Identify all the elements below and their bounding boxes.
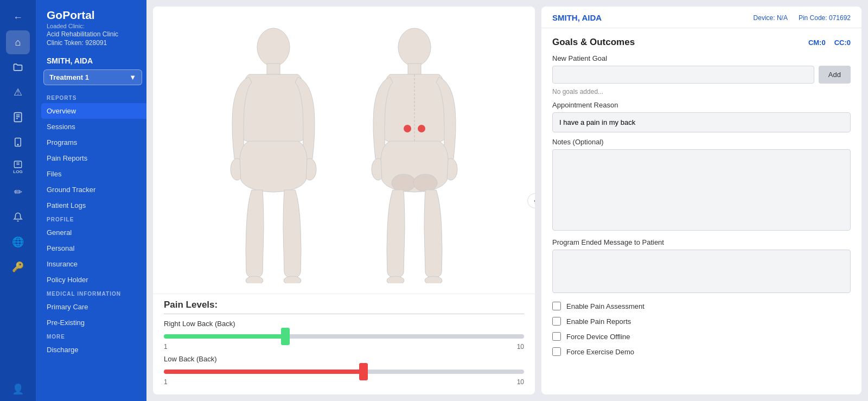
- svg-point-13: [246, 276, 263, 283]
- patient-header-name: SMITH, AIDA: [552, 13, 602, 22]
- pain-dot-1[interactable]: [404, 125, 411, 132]
- sidebar-item-policy-holder[interactable]: Policy Holder: [41, 272, 146, 288]
- folder-icon[interactable]: [6, 55, 30, 79]
- clinic-name: Acid Rehabilitation Clinic: [41, 30, 146, 39]
- force-device-offline-label: Force Device Offline: [566, 333, 630, 341]
- pain-area-low-back: Low Back (Back) #pain-slider-2::-webkit-…: [164, 355, 524, 386]
- sidebar-item-files[interactable]: Files: [41, 166, 146, 182]
- notes-label: Notes (Optional): [552, 138, 851, 146]
- svg-point-21: [413, 174, 437, 192]
- pain-levels-section: Pain Levels: Right Low Back (Back) 1 10 …: [153, 294, 535, 394]
- pain-slider-2[interactable]: [164, 370, 524, 374]
- sidebar-item-ground-tracker[interactable]: Ground Tracker: [41, 182, 146, 198]
- bell-icon[interactable]: [6, 205, 30, 229]
- force-exercise-demo-row: Force Exercise Demo: [552, 347, 851, 356]
- sidebar-item-personal[interactable]: Personal: [41, 240, 146, 256]
- pain-divider: [164, 314, 524, 314]
- log-icon[interactable]: LOG: [6, 155, 30, 179]
- enable-pain-assessment-checkbox[interactable]: [552, 302, 561, 310]
- force-exercise-demo-checkbox[interactable]: [552, 347, 561, 356]
- svg-point-5: [17, 144, 18, 145]
- sidebar-item-patient-logs[interactable]: Patient Logs: [41, 198, 146, 213]
- document-icon[interactable]: [6, 105, 30, 129]
- sidebar-item-pain-reports[interactable]: Pain Reports: [41, 150, 146, 166]
- svg-point-20: [392, 174, 416, 192]
- front-body-svg: [208, 23, 339, 283]
- body-panel: ‹ Pain Levels: Right Low Back (Back) 1 1…: [153, 7, 535, 394]
- svg-point-15: [398, 28, 431, 66]
- svg-point-14: [284, 276, 301, 283]
- appointment-reason-input[interactable]: [552, 112, 851, 132]
- key-icon[interactable]: 🔑: [6, 255, 30, 279]
- add-goal-button[interactable]: Add: [819, 66, 851, 84]
- globe-icon[interactable]: 🌐: [6, 230, 30, 254]
- cm-label: CM:0: [808, 39, 826, 47]
- force-device-offline-checkbox[interactable]: [552, 332, 561, 341]
- sidebar-item-overview[interactable]: Overview: [41, 103, 146, 119]
- sidebar-item-primary-care[interactable]: Primary Care: [41, 299, 146, 315]
- pain-levels-title: Pain Levels:: [164, 294, 524, 314]
- back-body-figure[interactable]: [349, 17, 480, 288]
- front-body-figure: [208, 17, 339, 288]
- medical-section-label: MEDICAL INFORMATION: [41, 288, 146, 299]
- more-section-label: MORE: [41, 330, 146, 342]
- patient-pin: Pin Code: 071692: [799, 14, 851, 22]
- enable-pain-reports-row: Enable Pain Reports: [552, 317, 851, 326]
- new-patient-goal-label: New Patient Goal: [552, 54, 851, 62]
- enable-pain-assessment-row: Enable Pain Assessment: [552, 302, 851, 310]
- cc-label: CC:0: [834, 39, 851, 47]
- pencil-icon[interactable]: ✏: [6, 180, 30, 204]
- svg-rect-16: [408, 63, 421, 74]
- main-area: ‹ Pain Levels: Right Low Back (Back) 1 1…: [146, 0, 868, 401]
- sidebar-item-pre-existing[interactable]: Pre-Existing: [41, 315, 146, 330]
- pain-area-label-1: Right Low Back (Back): [164, 320, 524, 328]
- back-body-svg: [349, 23, 480, 283]
- clinic-token-row: Clinic Token: 928091: [41, 39, 146, 52]
- clinic-loaded-label: Loaded Clinic:: [41, 23, 146, 30]
- enable-pain-assessment-label: Enable Pain Assessment: [566, 302, 644, 310]
- body-figures: [153, 7, 535, 294]
- treatment-dropdown[interactable]: Treatment 1 ▼: [43, 69, 142, 85]
- pain-slider-1[interactable]: [164, 334, 524, 339]
- svg-point-22: [387, 276, 404, 283]
- new-patient-goal-input[interactable]: [552, 66, 814, 84]
- notes-textarea[interactable]: [552, 149, 851, 231]
- reports-section-label: REPORTS: [41, 92, 146, 103]
- pain-area-right-low-back: Right Low Back (Back) 1 10: [164, 320, 524, 351]
- sidebar-item-insurance[interactable]: Insurance: [41, 256, 146, 272]
- cm-cc-labels: CM:0 CC:0: [808, 39, 851, 47]
- sidebar-item-sessions[interactable]: Sessions: [41, 119, 146, 135]
- svg-rect-10: [267, 63, 280, 74]
- patient-header: SMITH, AIDA Device: N/A Pin Code: 071692: [541, 7, 861, 28]
- alert-icon[interactable]: ⚠: [6, 80, 30, 104]
- enable-pain-reports-label: Enable Pain Reports: [566, 317, 631, 326]
- header-right: Device: N/A Pin Code: 071692: [754, 14, 851, 22]
- force-device-offline-row: Force Device Offline: [552, 332, 851, 341]
- panel-content: Goals & Outcomes CM:0 CC:0 New Patient G…: [541, 28, 861, 365]
- pain-dot-2[interactable]: [418, 125, 425, 132]
- pain-area-label-2: Low Back (Back): [164, 355, 524, 363]
- enable-pain-reports-checkbox[interactable]: [552, 317, 561, 326]
- app-title: GoPortal: [41, 5, 146, 23]
- home-icon[interactable]: ⌂: [6, 30, 30, 54]
- pain-slider-container-2: #pain-slider-2::-webkit-slider-thumb { b…: [164, 366, 524, 376]
- sidebar-content: GoPortal Loaded Clinic: Acid Rehabilitat…: [36, 0, 146, 401]
- goal-row: Add: [552, 66, 851, 84]
- program-ended-label: Program Ended Message to Patient: [552, 238, 851, 246]
- nav-icons-column: ← ⌂ ⚠ LOG ✏ 🌐 🔑 👤: [0, 0, 36, 401]
- no-goals-text: No goals added...: [552, 88, 851, 96]
- pain-slider-container-1: [164, 331, 524, 341]
- sidebar-item-discharge[interactable]: Discharge: [41, 342, 146, 358]
- back-icon[interactable]: ←: [6, 5, 30, 29]
- svg-point-23: [425, 276, 442, 283]
- patient-name-label: SMITH, AIDA: [41, 52, 146, 69]
- sidebar-item-programs[interactable]: Programs: [41, 135, 146, 150]
- patient-device: Device: N/A: [754, 14, 788, 22]
- sidebar: ← ⌂ ⚠ LOG ✏ 🌐 🔑 👤 GoPortal Loaded Clinic…: [0, 0, 146, 401]
- user-icon[interactable]: 👤: [6, 377, 30, 401]
- chevron-down-icon: ▼: [129, 73, 136, 81]
- sidebar-item-general[interactable]: General: [41, 225, 146, 240]
- force-exercise-demo-label: Force Exercise Demo: [566, 348, 634, 356]
- device-icon[interactable]: [6, 130, 30, 154]
- program-ended-textarea[interactable]: [552, 250, 851, 293]
